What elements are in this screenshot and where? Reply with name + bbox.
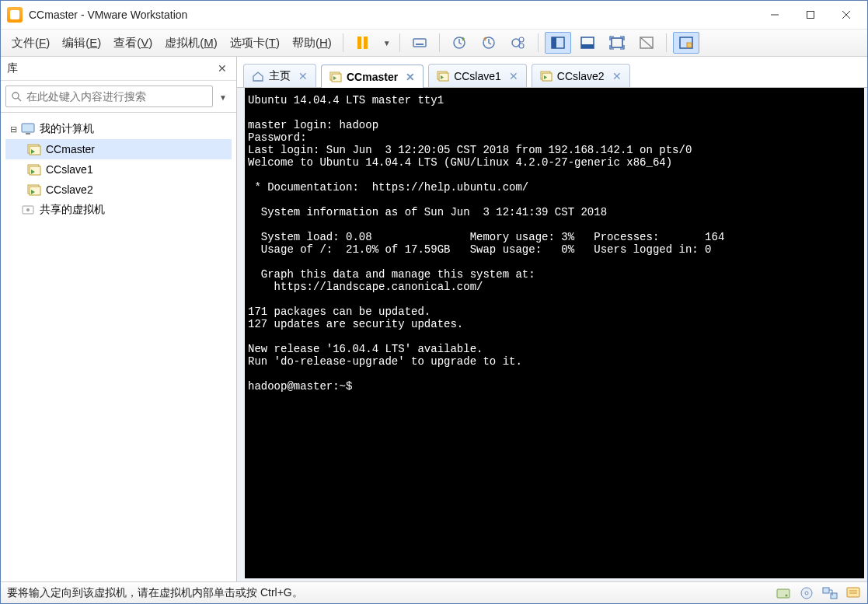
cdrom-icon[interactable] bbox=[799, 586, 814, 600]
tree-label: CCslave1 bbox=[46, 163, 93, 176]
menu-file[interactable]: 文件(F) bbox=[5, 33, 56, 54]
search-row: ▼ bbox=[1, 81, 236, 113]
separator bbox=[439, 33, 440, 52]
tab-close-button[interactable]: ✕ bbox=[509, 70, 518, 82]
menu-view[interactable]: 查看(V) bbox=[107, 33, 159, 54]
sidebar-icon bbox=[550, 35, 566, 51]
menu-help[interactable]: 帮助(H) bbox=[286, 33, 338, 54]
tree-vm-ccslave2[interactable]: CCslave2 bbox=[5, 180, 232, 200]
tree-vm-ccslave1[interactable]: CCslave1 bbox=[5, 159, 232, 180]
chevron-down-icon: ▼ bbox=[383, 39, 391, 47]
svg-point-10 bbox=[519, 44, 524, 48]
tab-ccslave2[interactable]: CCslave2 ✕ bbox=[532, 64, 630, 87]
svg-rect-38 bbox=[777, 589, 790, 598]
snapshot-icon bbox=[451, 35, 467, 51]
tab-close-button[interactable]: ✕ bbox=[406, 71, 415, 83]
console-view-button[interactable] bbox=[574, 32, 601, 54]
shared-icon bbox=[21, 204, 35, 216]
chevron-down-icon: ▼ bbox=[219, 93, 227, 102]
pause-button[interactable] bbox=[350, 32, 376, 54]
revert-button[interactable] bbox=[476, 32, 502, 54]
tree-label: 共享的虚拟机 bbox=[40, 203, 105, 217]
vm-icon bbox=[540, 71, 553, 82]
sidebar-title: 库 bbox=[7, 61, 214, 75]
home-icon bbox=[252, 71, 264, 82]
separator bbox=[343, 33, 343, 52]
svg-rect-1 bbox=[807, 12, 814, 19]
send-ctrl-alt-del-button[interactable] bbox=[406, 32, 433, 54]
unity-icon bbox=[639, 35, 654, 51]
sidebar-close-button[interactable]: ✕ bbox=[214, 62, 230, 75]
tab-close-button[interactable]: ✕ bbox=[298, 70, 308, 82]
menu-vm[interactable]: 虚拟机(M) bbox=[159, 33, 224, 54]
snapshot-manager-button[interactable] bbox=[505, 32, 532, 54]
sidebar-header: 库 ✕ bbox=[1, 57, 236, 81]
vm-icon bbox=[27, 143, 41, 155]
svg-point-39 bbox=[786, 594, 788, 596]
statusbar: 要将输入定向到该虚拟机，请在虚拟机内部单击或按 Ctrl+G。 bbox=[1, 581, 867, 603]
keyboard-icon bbox=[412, 35, 427, 51]
maximize-button[interactable] bbox=[793, 1, 828, 29]
search-dropdown[interactable]: ▼ bbox=[213, 89, 232, 103]
unity-button[interactable] bbox=[633, 32, 660, 54]
separator bbox=[538, 33, 539, 52]
fullscreen-icon bbox=[609, 35, 625, 51]
tab-ccmaster[interactable]: CCmaster ✕ bbox=[321, 65, 424, 88]
show-sidebar-button[interactable] bbox=[545, 32, 571, 54]
minimize-button[interactable] bbox=[757, 1, 793, 29]
computer-icon bbox=[21, 123, 35, 135]
svg-point-20 bbox=[12, 93, 19, 99]
vm-console[interactable]: Ubuntu 14.04.4 LTS master tty1 master lo… bbox=[245, 88, 864, 578]
snapshot-button[interactable] bbox=[446, 32, 472, 54]
tab-label: CCslave2 bbox=[557, 70, 605, 82]
tree-my-computer[interactable]: ⊟ 我的计算机 bbox=[5, 119, 232, 139]
search-box[interactable] bbox=[5, 86, 213, 107]
svg-rect-22 bbox=[22, 124, 34, 132]
tabs-row: 主页 ✕ CCmaster ✕ CCslave1 ✕ CCslave2 ✕ bbox=[237, 57, 867, 88]
vm-icon bbox=[27, 183, 41, 196]
svg-rect-35 bbox=[439, 73, 448, 81]
vm-icon bbox=[27, 163, 41, 176]
thumbnail-button[interactable] bbox=[673, 32, 699, 54]
svg-rect-14 bbox=[581, 44, 594, 48]
svg-rect-33 bbox=[332, 74, 341, 82]
menubar: 文件(F) 编辑(E) 查看(V) 虚拟机(M) 选项卡(T) 帮助(H) ▼ bbox=[1, 29, 867, 57]
search-input[interactable] bbox=[26, 90, 207, 103]
pause-icon bbox=[357, 37, 368, 49]
tab-label: CCslave1 bbox=[454, 70, 501, 82]
separator bbox=[666, 33, 667, 52]
svg-rect-4 bbox=[413, 39, 426, 47]
close-button[interactable] bbox=[828, 1, 864, 29]
svg-rect-19 bbox=[687, 43, 692, 47]
tab-home[interactable]: 主页 ✕ bbox=[243, 64, 316, 87]
tree-vm-ccmaster[interactable]: CCmaster bbox=[5, 139, 232, 159]
vm-tree: ⊟ 我的计算机 CCmaster CCslave1 CCslave2 共享的虚拟… bbox=[1, 113, 236, 581]
tree-shared-vms[interactable]: 共享的虚拟机 bbox=[5, 200, 232, 220]
main-area: 库 ✕ ▼ ⊟ 我的计算机 CCmaster CCslave1 bbox=[1, 57, 867, 581]
tree-label: CCmaster bbox=[46, 143, 95, 155]
console-icon bbox=[580, 35, 595, 51]
revert-icon bbox=[481, 35, 497, 51]
app-icon bbox=[7, 7, 23, 23]
vm-icon bbox=[437, 71, 449, 82]
snapshot-manager-icon bbox=[511, 35, 526, 51]
fullscreen-button[interactable] bbox=[604, 32, 630, 54]
disk-icon[interactable] bbox=[776, 586, 791, 600]
tab-label: CCmaster bbox=[347, 71, 398, 83]
svg-rect-37 bbox=[542, 73, 552, 81]
pause-dropdown[interactable]: ▼ bbox=[379, 32, 393, 54]
svg-point-31 bbox=[26, 208, 30, 211]
svg-point-9 bbox=[519, 37, 524, 42]
network-icon[interactable] bbox=[822, 586, 838, 600]
tree-label: 我的计算机 bbox=[40, 122, 94, 136]
menu-edit[interactable]: 编辑(E) bbox=[56, 33, 107, 54]
message-icon[interactable] bbox=[845, 586, 861, 600]
tab-ccslave1[interactable]: CCslave1 ✕ bbox=[428, 64, 527, 87]
menu-tabs[interactable]: 选项卡(T) bbox=[224, 33, 286, 54]
tab-close-button[interactable]: ✕ bbox=[612, 70, 622, 82]
window-controls bbox=[757, 1, 864, 29]
titlebar: CCmaster - VMware Workstation bbox=[1, 1, 867, 29]
svg-rect-42 bbox=[823, 588, 829, 593]
collapse-icon[interactable]: ⊟ bbox=[9, 124, 18, 134]
separator bbox=[399, 33, 400, 52]
